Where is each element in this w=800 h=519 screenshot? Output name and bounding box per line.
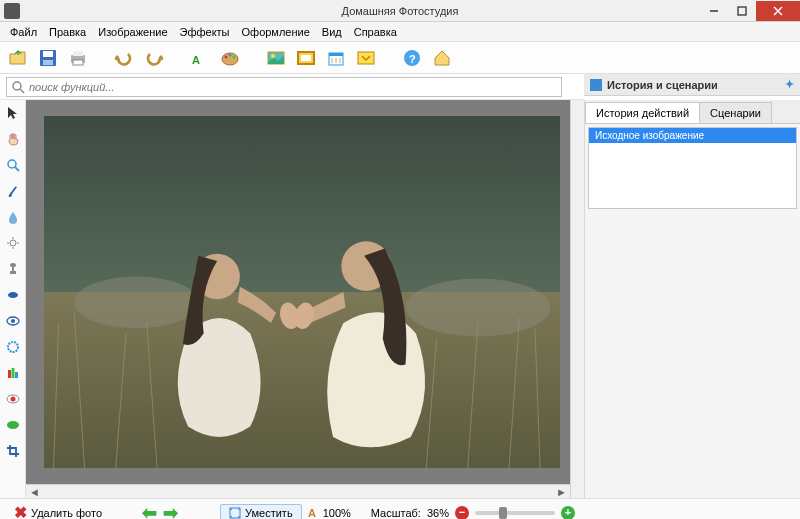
bottom-toolbar: ✖ Удалить фото ⬅ ➡ Уместить A 100% Масшт… — [0, 498, 800, 519]
svg-rect-44 — [11, 368, 14, 378]
brush-tool-icon[interactable] — [4, 182, 22, 200]
zoom-actual-icon: A — [308, 507, 320, 519]
history-item-0[interactable]: Исходное изображение — [589, 128, 796, 143]
tab-history[interactable]: История действий — [585, 102, 700, 123]
minimize-button[interactable] — [700, 1, 728, 21]
redeye-tool-icon[interactable] — [4, 390, 22, 408]
svg-rect-24 — [358, 52, 374, 64]
picture-icon[interactable] — [264, 46, 288, 70]
heal-tool-icon[interactable] — [4, 416, 22, 434]
svg-text:A: A — [192, 54, 200, 66]
main-area: ◄► История действий Сценарии Исходное из… — [0, 100, 800, 498]
svg-text:?: ? — [409, 53, 416, 65]
help-icon[interactable]: ? — [400, 46, 424, 70]
svg-point-38 — [10, 263, 16, 267]
text-icon[interactable]: A — [188, 46, 212, 70]
zoom-100-button[interactable]: A 100% — [308, 507, 351, 519]
menu-help[interactable]: Справка — [348, 24, 403, 40]
tab-scenarios[interactable]: Сценарии — [699, 102, 772, 123]
svg-point-27 — [13, 82, 21, 90]
prev-photo-button[interactable]: ⬅ — [142, 502, 157, 520]
frame-icon[interactable] — [294, 46, 318, 70]
fit-button[interactable]: Уместить — [220, 504, 302, 520]
redo-icon[interactable] — [142, 46, 166, 70]
menu-design[interactable]: Оформление — [236, 24, 316, 40]
history-panel-icon — [590, 79, 602, 91]
left-toolbar — [0, 100, 26, 498]
undo-icon[interactable] — [112, 46, 136, 70]
blur-tool-icon[interactable] — [4, 208, 22, 226]
svg-point-16 — [271, 54, 275, 58]
svg-point-13 — [229, 53, 232, 56]
svg-point-12 — [225, 55, 228, 58]
lighten-tool-icon[interactable] — [4, 234, 22, 252]
zoom-tool-icon[interactable] — [4, 156, 22, 174]
sharpen-tool-icon[interactable] — [4, 338, 22, 356]
canvas-area[interactable] — [26, 100, 570, 484]
menu-file[interactable]: Файл — [4, 24, 43, 40]
svg-rect-9 — [73, 60, 83, 65]
search-input-wrap[interactable] — [6, 77, 562, 97]
close-button[interactable] — [756, 1, 800, 21]
scale-label: Масштаб: — [371, 507, 421, 519]
svg-rect-8 — [73, 51, 83, 56]
levels-tool-icon[interactable] — [4, 364, 22, 382]
palette-icon[interactable] — [218, 46, 242, 70]
open-icon[interactable] — [6, 46, 30, 70]
searchbar — [0, 74, 584, 100]
zoom-100-label: 100% — [323, 507, 351, 519]
panel-collapse-icon[interactable]: ✦ — [785, 78, 794, 91]
darken-tool-icon[interactable] — [4, 286, 22, 304]
next-photo-button[interactable]: ➡ — [163, 502, 178, 520]
canvas-image[interactable] — [44, 116, 560, 468]
zoom-slider[interactable] — [475, 511, 555, 515]
maximize-button[interactable] — [728, 1, 756, 21]
history-panel-header: История и сценарии ✦ — [584, 74, 800, 96]
right-panel: История действий Сценарии Исходное изобр… — [584, 100, 800, 498]
svg-point-29 — [8, 160, 16, 168]
svg-rect-5 — [43, 51, 53, 57]
stamp-tool-icon[interactable] — [4, 260, 22, 278]
calendar-icon[interactable] — [324, 46, 348, 70]
crop-tool-icon[interactable] — [4, 442, 22, 460]
svg-rect-18 — [301, 55, 311, 61]
svg-rect-36 — [10, 271, 16, 274]
delete-label: Удалить фото — [31, 507, 102, 519]
save-icon[interactable] — [36, 46, 60, 70]
vertical-scrollbar[interactable] — [570, 100, 584, 498]
search-icon — [11, 80, 25, 94]
svg-rect-49 — [44, 116, 560, 302]
window-controls — [700, 1, 800, 21]
hand-tool-icon[interactable] — [4, 130, 22, 148]
menu-effects[interactable]: Эффекты — [174, 24, 236, 40]
svg-point-51 — [74, 276, 198, 328]
svg-point-14 — [233, 55, 236, 58]
search-input[interactable] — [25, 81, 557, 93]
zoom-slider-thumb[interactable] — [499, 507, 507, 519]
svg-point-39 — [8, 292, 18, 298]
history-panel-title: История и сценарии — [607, 79, 718, 91]
menu-image[interactable]: Изображение — [92, 24, 173, 40]
postcard-icon[interactable] — [354, 46, 378, 70]
delete-photo-button[interactable]: ✖ Удалить фото — [8, 501, 108, 519]
svg-line-30 — [15, 167, 19, 171]
menu-edit[interactable]: Правка — [43, 24, 92, 40]
fit-label: Уместить — [245, 507, 293, 519]
home-icon[interactable] — [430, 46, 454, 70]
svg-rect-43 — [8, 370, 11, 378]
svg-rect-6 — [43, 60, 53, 65]
pointer-tool-icon[interactable] — [4, 104, 22, 122]
print-icon[interactable] — [66, 46, 90, 70]
svg-rect-1 — [738, 7, 746, 15]
menubar: Файл Правка Изображение Эффекты Оформлен… — [0, 22, 800, 42]
zoom-in-button[interactable]: + — [561, 506, 575, 520]
menu-view[interactable]: Вид — [316, 24, 348, 40]
window-title: Домашняя Фотостудия — [342, 5, 459, 17]
scale-value: 36% — [427, 507, 449, 519]
eye-tool-icon[interactable] — [4, 312, 22, 330]
svg-point-48 — [7, 421, 19, 429]
history-list[interactable]: Исходное изображение — [588, 127, 797, 209]
horizontal-scrollbar[interactable]: ◄► — [26, 484, 570, 498]
app-icon — [4, 3, 20, 19]
zoom-out-button[interactable]: − — [455, 506, 469, 520]
